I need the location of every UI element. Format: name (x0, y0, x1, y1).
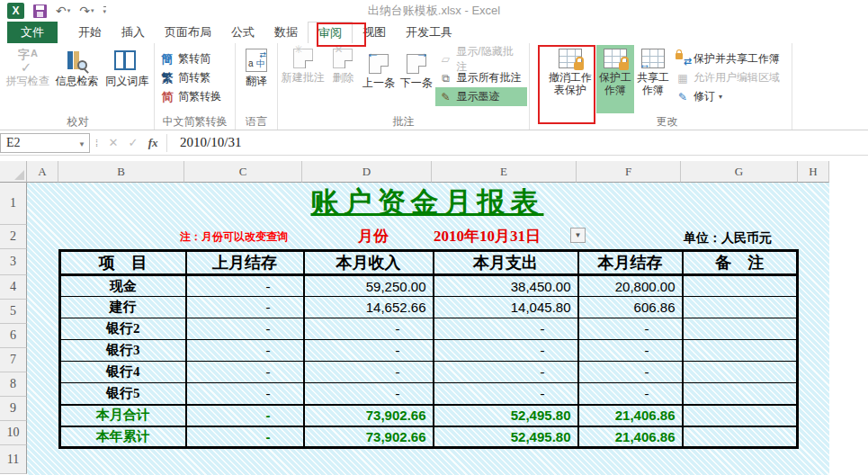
table-column-header[interactable]: 本月结存 (578, 251, 683, 275)
value-cell[interactable] (683, 426, 798, 448)
tab-view[interactable]: 视图 (353, 22, 396, 43)
undo-button[interactable]: ↶▾ (56, 4, 70, 17)
value-cell[interactable]: - (578, 362, 683, 383)
value-cell[interactable]: - (304, 362, 434, 383)
value-cell[interactable]: - (304, 383, 434, 405)
value-cell[interactable] (683, 297, 798, 318)
save-icon[interactable] (33, 4, 47, 18)
row-header-1[interactable]: 1 (0, 183, 27, 225)
note-cell[interactable]: 注：月份可以改变查询 (180, 229, 333, 245)
value-cell[interactable]: - (186, 426, 304, 448)
value-cell[interactable]: - (434, 362, 578, 383)
row-header-10[interactable]: 10 (0, 421, 27, 445)
row-label-cell[interactable]: 银行5 (60, 383, 186, 405)
row-header-8[interactable]: 8 (0, 372, 27, 397)
protect-share-workbook-button[interactable]: ⇄ 保护并共享工作簿 (672, 49, 783, 68)
column-header-D[interactable]: D (302, 161, 432, 183)
translate-button[interactable]: a中⇄ 翻译 (237, 45, 275, 113)
row-label-cell[interactable]: 本月合计 (60, 405, 186, 426)
column-header-A[interactable]: A (27, 161, 58, 183)
show-ink-button[interactable]: ✎ 显示墨迹 (435, 87, 527, 106)
row-header-5[interactable]: 5 (0, 300, 27, 324)
select-all-corner[interactable] (0, 161, 27, 183)
qat-customize-icon[interactable]: ▾ (103, 6, 107, 15)
date-validation-dropdown[interactable]: ▼ (570, 228, 586, 243)
tab-developer[interactable]: 开发工具 (396, 22, 462, 43)
value-cell[interactable] (683, 275, 798, 297)
value-cell[interactable] (683, 383, 798, 405)
unit-label-cell[interactable]: 单位：人民币元 (684, 230, 823, 246)
column-header-E[interactable]: E (432, 161, 577, 183)
row-header-2[interactable]: 2 (0, 225, 27, 249)
table-column-header[interactable]: 备 注 (683, 251, 798, 275)
value-cell[interactable]: 21,406.86 (578, 426, 683, 448)
cancel-entry-button[interactable]: ✕ (103, 136, 123, 149)
tab-insert[interactable]: 插入 (112, 22, 155, 43)
row-label-cell[interactable]: 现金 (60, 275, 186, 297)
value-cell[interactable]: 73,902.66 (304, 405, 434, 426)
value-cell[interactable]: - (186, 340, 304, 362)
row-header-4[interactable]: 4 (0, 275, 27, 300)
report-title-cell[interactable]: 账户资金月报表 (58, 184, 796, 221)
row-label-cell[interactable]: 银行3 (60, 340, 186, 362)
value-cell[interactable]: - (578, 383, 683, 405)
value-cell[interactable]: - (578, 340, 683, 362)
value-cell[interactable]: - (434, 340, 578, 362)
formula-bar-value[interactable]: 2010/10/31 (171, 135, 241, 150)
value-cell[interactable] (683, 318, 798, 340)
value-cell[interactable]: 14,652.66 (304, 297, 434, 318)
tab-home[interactable]: 开始 (68, 22, 112, 43)
value-cell[interactable]: - (186, 318, 304, 340)
show-all-comments-button[interactable]: ⧉ 显示所有批注 (435, 68, 527, 87)
value-cell[interactable]: - (434, 383, 578, 405)
value-cell[interactable]: 52,495.80 (434, 426, 578, 448)
tab-review[interactable]: 审阅 (308, 22, 353, 43)
tab-page-layout[interactable]: 页面布局 (155, 22, 221, 43)
value-cell[interactable]: - (186, 383, 304, 405)
column-header-B[interactable]: B (58, 161, 184, 183)
previous-comment-button[interactable]: ← 上一条 (360, 45, 398, 113)
value-cell[interactable]: - (186, 405, 304, 426)
unprotect-sheet-button[interactable]: 撤消工作表保护 (544, 45, 596, 113)
redo-button[interactable]: ↷▾ (79, 4, 94, 17)
value-cell[interactable]: 20,800.00 (578, 275, 683, 297)
row-header-7[interactable]: 7 (0, 348, 27, 372)
thesaurus-button[interactable]: 同义词库 (102, 45, 152, 113)
undo-caret-icon[interactable]: ▾ (67, 4, 71, 17)
row-label-cell[interactable]: 银行4 (60, 362, 186, 383)
sheet-canvas[interactable]: 账户资金月报表 注：月份可以改变查询 月份 2010年10月31日 ▼ 单位：人… (27, 183, 829, 475)
tab-data[interactable]: 数据 (264, 22, 308, 43)
column-header-H[interactable]: H (798, 161, 829, 183)
trad-to-simp-button[interactable]: 簡 繁转简 (157, 49, 225, 68)
value-cell[interactable]: - (434, 318, 578, 340)
name-box-caret-icon[interactable]: ▼ (78, 140, 85, 148)
table-column-header[interactable]: 上月结存 (186, 251, 304, 275)
row-header-11[interactable]: 11 (0, 445, 27, 474)
confirm-entry-button[interactable]: ✓ (123, 136, 143, 149)
value-cell[interactable]: 14,045.80 (434, 297, 578, 318)
value-cell[interactable] (683, 340, 798, 362)
allow-edit-ranges-button[interactable]: ▦ 允许用户编辑区域 (672, 68, 783, 87)
row-label-cell[interactable]: 建行 (60, 297, 186, 318)
simp-to-trad-button[interactable]: 繁 简转繁 (157, 68, 225, 87)
column-header-C[interactable]: C (184, 161, 302, 183)
protect-workbook-button[interactable]: 保护工作簿 (596, 45, 634, 113)
new-comment-button[interactable]: ✳ 新建批注 (280, 45, 327, 113)
track-changes-button[interactable]: ✎ 修订 ▾ (672, 87, 783, 106)
month-label-cell[interactable]: 月份 (324, 226, 423, 246)
value-cell[interactable]: 606.86 (578, 297, 683, 318)
table-column-header[interactable]: 本月收入 (304, 251, 434, 275)
row-label-cell[interactable]: 本年累计 (60, 426, 186, 448)
value-cell[interactable]: 52,495.80 (434, 405, 578, 426)
simp-trad-convert-button[interactable]: 简 简繁转换 (157, 87, 225, 106)
table-column-header[interactable]: 本月支出 (434, 251, 578, 275)
value-cell[interactable]: - (304, 318, 434, 340)
value-cell[interactable]: 73,902.66 (304, 426, 434, 448)
value-cell[interactable]: - (578, 318, 683, 340)
share-workbook-button[interactable]: ↔ 共享工作簿 (634, 45, 672, 113)
show-hide-comment-button[interactable]: ▱ 显示/隐藏批注 (435, 49, 527, 68)
value-cell[interactable]: 21,406.86 (578, 405, 683, 426)
row-header-3[interactable]: 3 (0, 249, 27, 275)
value-cell[interactable]: 38,450.00 (434, 275, 578, 297)
date-cell-e2[interactable]: 2010年10月31日 (434, 226, 568, 246)
